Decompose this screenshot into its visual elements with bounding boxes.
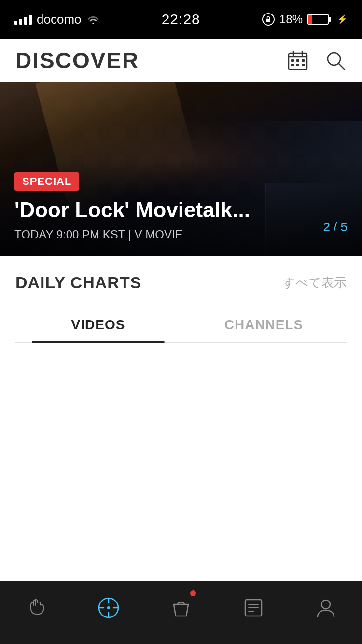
bottom-nav — [0, 581, 362, 644]
svg-rect-8 — [291, 64, 294, 66]
hero-pagination: 2 / 5 — [323, 220, 348, 235]
content-area — [0, 343, 362, 478]
discover-icon — [97, 596, 121, 620]
page-title: DISCOVER — [15, 47, 139, 73]
hero-meta: TODAY 9:00 PM KST | V MOVIE — [14, 228, 348, 241]
status-time: 22:28 — [162, 11, 200, 28]
status-right: 18% ⚡ — [262, 13, 348, 26]
hand-icon — [24, 596, 48, 620]
svg-rect-10 — [302, 64, 305, 66]
svg-rect-9 — [296, 64, 299, 66]
profile-icon — [314, 596, 338, 620]
calendar-icon — [287, 49, 309, 71]
hero-title: 'Door Lock' Movietalk... — [14, 197, 348, 223]
header-icons — [287, 49, 347, 71]
daily-charts-section: DAILY CHARTS すべて表示 VIDEOS CHANNELS — [0, 256, 362, 343]
tabs-container: VIDEOS CHANNELS — [15, 308, 347, 343]
svg-rect-5 — [291, 59, 294, 62]
carrier-label: docomo — [37, 12, 82, 27]
svg-rect-0 — [266, 19, 270, 22]
svg-line-12 — [339, 64, 345, 70]
shop-icon — [169, 596, 193, 620]
app-header: DISCOVER — [0, 39, 362, 82]
svg-point-16 — [107, 606, 110, 609]
status-left: docomo — [14, 12, 100, 27]
charging-icon: ⚡ — [337, 14, 348, 25]
calendar-button[interactable] — [287, 49, 309, 71]
section-header: DAILY CHARTS すべて表示 — [15, 273, 347, 292]
nav-item-shop[interactable] — [159, 588, 203, 627]
status-bar: docomo 22:28 18% ⚡ — [0, 0, 362, 39]
search-button[interactable] — [324, 49, 347, 71]
tab-channels[interactable]: CHANNELS — [181, 308, 347, 342]
tab-videos[interactable]: VIDEOS — [15, 308, 181, 342]
nav-item-hand[interactable] — [14, 588, 58, 627]
nav-item-profile[interactable] — [304, 588, 348, 627]
hero-content: SPECIAL 'Door Lock' Movietalk... TODAY 9… — [14, 172, 348, 241]
list-icon — [241, 596, 265, 620]
hero-banner[interactable]: SPECIAL 'Door Lock' Movietalk... TODAY 9… — [0, 82, 362, 256]
see-all-button[interactable]: すべて表示 — [282, 274, 347, 291]
search-icon — [324, 49, 347, 71]
section-title: DAILY CHARTS — [15, 273, 141, 292]
special-badge: SPECIAL — [14, 172, 79, 191]
svg-point-25 — [321, 600, 330, 609]
battery-icon — [307, 14, 331, 25]
wifi-icon — [86, 14, 100, 25]
nav-item-discover[interactable] — [87, 588, 130, 627]
shop-notification-dot — [190, 590, 196, 596]
battery-percent: 18% — [279, 13, 303, 26]
svg-rect-7 — [302, 59, 305, 62]
signal-bars — [14, 14, 32, 25]
svg-point-11 — [328, 53, 340, 65]
nav-item-list[interactable] — [232, 588, 275, 627]
svg-rect-6 — [296, 59, 299, 62]
lock-icon — [262, 13, 275, 26]
